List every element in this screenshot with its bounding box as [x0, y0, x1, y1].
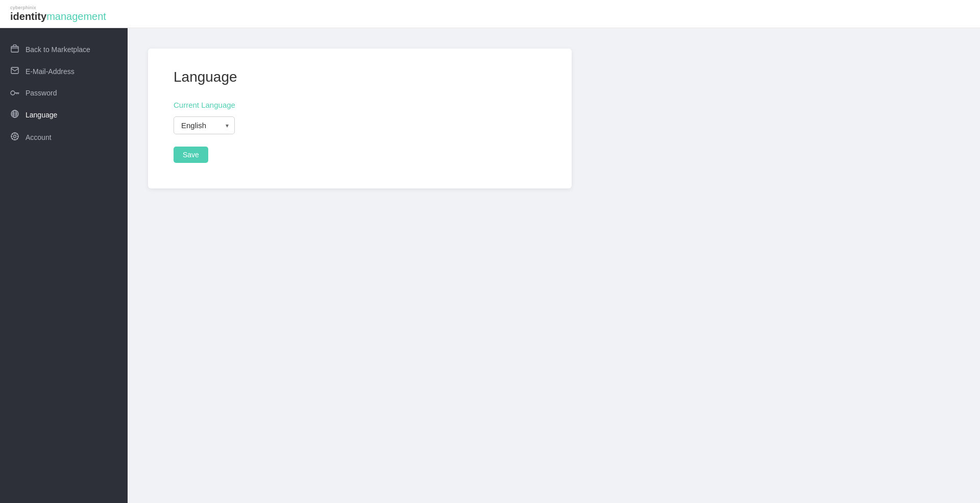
sidebar-item-account[interactable]: Account: [0, 126, 128, 149]
logo-identity: identity: [10, 11, 46, 22]
sidebar-label-email: E-Mail-Address: [26, 67, 75, 76]
current-language-label: Current Language: [174, 101, 546, 109]
password-icon: [10, 88, 19, 98]
sidebar-label-password: Password: [26, 89, 57, 97]
account-icon: [10, 132, 19, 142]
svg-rect-0: [11, 46, 18, 52]
sidebar-item-password[interactable]: Password: [0, 82, 128, 104]
page-layout: Back to Marketplace E-Mail-Address Passw…: [0, 28, 980, 503]
sidebar-label-language: Language: [26, 111, 57, 119]
sidebar-item-email[interactable]: E-Mail-Address: [0, 61, 128, 82]
svg-rect-1: [11, 67, 18, 74]
language-card: Language Current Language English Deutsc…: [148, 49, 572, 188]
app-header: cyberphinix identitymanagement: [0, 0, 980, 28]
language-select-wrapper: English Deutsch Français Español ▾: [174, 116, 235, 134]
page-title: Language: [174, 69, 546, 85]
logo-management: management: [46, 11, 106, 22]
main-content: Language Current Language English Deutsc…: [128, 28, 980, 503]
sidebar-label-back-to-marketplace: Back to Marketplace: [26, 45, 90, 54]
sidebar-item-language[interactable]: Language: [0, 104, 128, 126]
language-icon: [10, 110, 19, 120]
svg-point-6: [14, 135, 16, 138]
svg-point-2: [11, 91, 15, 95]
save-button[interactable]: Save: [174, 147, 208, 163]
marketplace-icon: [10, 44, 19, 55]
logo-cyberphinix: cyberphinix: [10, 6, 106, 11]
sidebar-label-account: Account: [26, 133, 52, 141]
email-icon: [10, 67, 19, 76]
sidebar-item-back-to-marketplace[interactable]: Back to Marketplace: [0, 38, 128, 61]
sidebar: Back to Marketplace E-Mail-Address Passw…: [0, 28, 128, 503]
language-select[interactable]: English Deutsch Français Español: [174, 116, 235, 134]
app-logo: cyberphinix identitymanagement: [10, 6, 106, 22]
